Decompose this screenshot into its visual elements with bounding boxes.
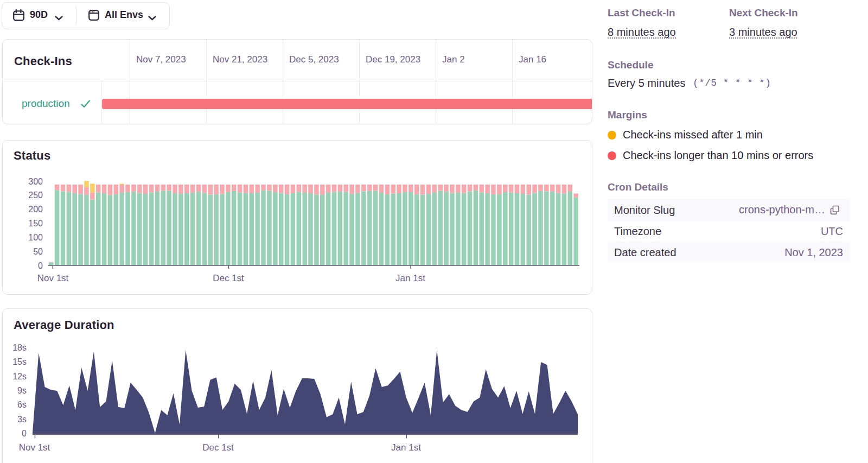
- svg-text:12s: 12s: [12, 372, 27, 381]
- svg-text:Nov 1st: Nov 1st: [19, 442, 50, 453]
- svg-text:18s: 18s: [12, 343, 27, 352]
- svg-text:6s: 6s: [17, 400, 27, 409]
- svg-text:0: 0: [22, 429, 27, 438]
- svg-text:Dec 1st: Dec 1st: [202, 442, 234, 453]
- svg-text:9s: 9s: [17, 386, 27, 395]
- svg-text:15s: 15s: [12, 357, 27, 366]
- svg-text:Jan 1st: Jan 1st: [391, 442, 421, 453]
- svg-text:3s: 3s: [17, 415, 27, 424]
